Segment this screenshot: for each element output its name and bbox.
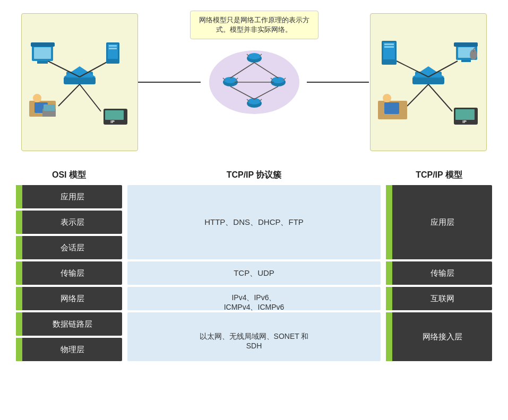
main-container: 网络模型只是网络工作原理的表示方 式。模型并非实际网络。: [0, 0, 508, 420]
svg-rect-64: [455, 109, 475, 120]
green-bar-1: [16, 185, 22, 208]
tcp-model-column: 应用层 传输层 互联网 网络接入层: [386, 185, 492, 409]
protocol-cell-3: IPv4、IPv6、 ICMPv4、ICMPv6: [127, 287, 381, 310]
svg-point-61: [383, 94, 391, 102]
svg-rect-55: [384, 46, 394, 48]
note-line2: 式。模型并非实际网络。: [216, 25, 292, 33]
protocol-cell-1: HTTP、DNS、DHCP、FTP: [127, 185, 381, 259]
svg-text:IP: IP: [462, 119, 467, 124]
osi-layer-3: 会话层: [16, 236, 122, 259]
osi-layer-7: 物理层: [16, 338, 122, 361]
green-bar-4: [16, 261, 22, 285]
tcp-green-bar-4: [386, 312, 392, 361]
tcp-label-3: 互联网: [392, 294, 492, 304]
green-bar-5: [16, 287, 22, 310]
svg-line-5: [58, 84, 80, 106]
osi-label-5: 网络层: [22, 294, 122, 304]
svg-line-6: [80, 84, 101, 111]
tcp-green-bar-2: [386, 261, 392, 285]
green-bar-6: [16, 312, 22, 336]
svg-rect-13: [109, 45, 117, 47]
osi-label-7: 物理层: [22, 345, 122, 355]
svg-rect-59: [454, 42, 478, 47]
table-grid: 应用层 表示层 会话层 传输层: [16, 185, 492, 409]
svg-rect-14: [109, 48, 117, 49]
protocols-header: TCP/IP 协议簇: [127, 170, 381, 181]
green-bar-7: [16, 338, 22, 361]
svg-line-4: [80, 61, 109, 77]
right-network-box: IP: [370, 13, 487, 151]
svg-rect-10: [31, 42, 55, 47]
svg-line-49: [428, 61, 458, 77]
osi-label-6: 数据链路层: [22, 319, 122, 329]
tcp-label-1: 应用层: [392, 217, 492, 228]
svg-rect-19: [44, 104, 55, 111]
green-bar-2: [16, 211, 22, 234]
diagram-area: 网络模型只是网络工作原理的表示方 式。模型并非实际网络。: [0, 0, 508, 164]
protocol-cell-4: 以太网、无线局域网、SONET 和 SDH: [127, 312, 381, 361]
left-network-box: IP: [21, 13, 138, 151]
note-line1: 网络模型只是网络工作原理的表示方: [199, 16, 309, 24]
svg-rect-62: [384, 102, 399, 114]
svg-rect-54: [384, 43, 394, 45]
svg-rect-0: [64, 77, 96, 84]
note-box: 网络模型只是网络工作原理的表示方 式。模型并非实际网络。: [190, 11, 318, 39]
svg-rect-45: [412, 77, 444, 84]
osi-layer-4: 传输层: [16, 261, 122, 285]
table-area: OSI 模型 TCP/IP 协议簇 TCP/IP 模型 应用层 表示层: [0, 164, 508, 420]
osi-layer-5: 网络层: [16, 287, 122, 310]
protocols-column: HTTP、DNS、DHCP、FTP TCP、UDP IPv4、IPv6、 ICM…: [127, 185, 381, 409]
svg-text:IP: IP: [110, 119, 115, 124]
osi-label-1: 应用层: [22, 192, 122, 202]
green-bar-3: [16, 236, 22, 259]
osi-layer-2: 表示层: [16, 211, 122, 234]
osi-label-3: 会话层: [22, 243, 122, 253]
tcp-layer-1: 应用层: [386, 185, 492, 259]
tcp-layer-3: 互联网: [386, 287, 492, 310]
osi-column: 应用层 表示层 会话层 传输层: [16, 185, 122, 409]
tcp-green-bar-3: [386, 287, 392, 310]
svg-line-51: [428, 84, 452, 111]
svg-line-50: [407, 84, 428, 106]
left-network-svg: IP: [27, 19, 133, 146]
tcp-label-2: 传输层: [392, 268, 492, 278]
svg-point-16: [33, 94, 41, 102]
osi-layer-1: 应用层: [16, 185, 122, 208]
svg-rect-21: [105, 110, 124, 120]
center-network-svg: [201, 29, 307, 135]
svg-line-3: [48, 61, 80, 77]
tcp-label-4: 网络接入层: [392, 332, 492, 342]
svg-line-48: [397, 61, 428, 77]
osi-layer-6: 数据链路层: [16, 312, 122, 336]
tcp-layer-4: 网络接入层: [386, 312, 492, 361]
svg-rect-9: [37, 61, 48, 64]
osi-label-4: 传输层: [22, 268, 122, 278]
tcp-layer-2: 传输层: [386, 261, 492, 285]
column-headers: OSI 模型 TCP/IP 协议簇 TCP/IP 模型: [16, 170, 492, 181]
center-network: [201, 40, 307, 125]
right-network-svg: IP: [375, 19, 481, 146]
tcp-green-bar-1: [386, 185, 392, 259]
tcpmodel-header: TCP/IP 模型: [386, 170, 492, 181]
osi-header: OSI 模型: [16, 170, 122, 181]
svg-rect-58: [461, 60, 471, 62]
svg-point-25: [248, 53, 261, 59]
osi-label-2: 表示层: [22, 217, 122, 228]
protocol-cell-2: TCP、UDP: [127, 261, 381, 285]
svg-rect-8: [34, 47, 51, 59]
